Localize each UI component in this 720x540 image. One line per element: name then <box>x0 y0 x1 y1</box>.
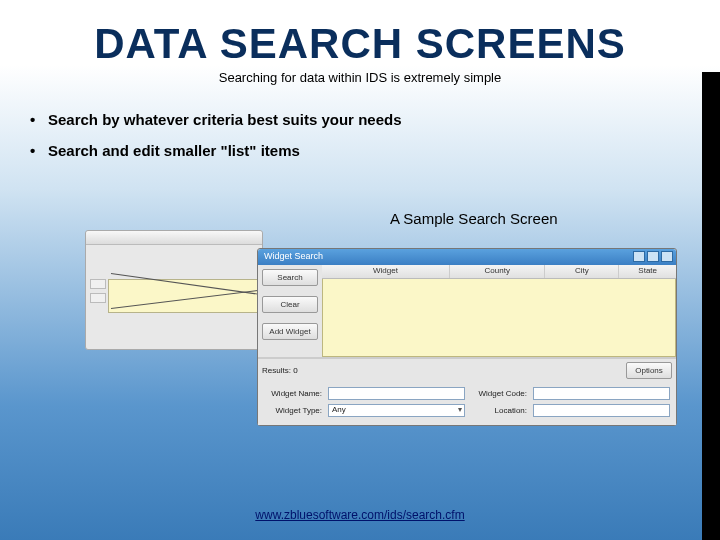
search-form: Widget Name: Widget Code: Widget Type: A… <box>258 382 676 425</box>
widget-name-label: Widget Name: <box>264 389 322 398</box>
widget-type-select[interactable]: Any <box>328 404 465 417</box>
bg-side-button <box>90 279 106 289</box>
sample-caption: A Sample Search Screen <box>390 210 558 227</box>
location-input[interactable] <box>533 404 670 417</box>
search-right-panel: Widget County City State <box>322 265 676 357</box>
slide-subtitle: Searching for data within IDS is extreme… <box>0 70 720 85</box>
widget-type-label: Widget Type: <box>264 406 322 415</box>
widget-code-input[interactable] <box>533 387 670 400</box>
widget-name-input[interactable] <box>328 387 465 400</box>
bg-side-button <box>90 293 106 303</box>
slide-title: DATA SEARCH SCREENS <box>0 0 720 68</box>
results-bar: Results: 0 Options <box>258 358 676 382</box>
results-label-text: Results: <box>262 366 291 375</box>
results-label: Results: 0 <box>262 366 298 375</box>
col-state[interactable]: State <box>619 265 676 278</box>
search-window-titlebar: Widget Search <box>258 249 676 265</box>
location-label: Location: <box>471 406 527 415</box>
widget-type-value: Any <box>329 405 346 414</box>
footer-link[interactable]: www.zbluesoftware.com/ids/search.cfm <box>255 508 464 522</box>
search-left-panel: Search Clear Add Widget <box>258 265 322 357</box>
col-widget[interactable]: Widget <box>322 265 450 278</box>
background-titlebar <box>86 231 262 245</box>
widget-code-label: Widget Code: <box>471 389 527 398</box>
screenshot-area: A Sample Search Screen Widget Search Sea… <box>85 210 685 490</box>
bullet-item: Search and edit smaller "list" items <box>30 142 720 159</box>
search-button[interactable]: Search <box>262 269 318 286</box>
search-window-title: Widget Search <box>264 251 323 261</box>
maximize-icon[interactable] <box>647 251 659 262</box>
results-count: 0 <box>293 366 297 375</box>
column-headers: Widget County City State <box>322 265 676 279</box>
bullet-list: Search by whatever criteria best suits y… <box>30 111 720 159</box>
minimize-icon[interactable] <box>633 251 645 262</box>
close-icon[interactable] <box>661 251 673 262</box>
add-widget-button[interactable]: Add Widget <box>262 323 318 340</box>
options-button[interactable]: Options <box>626 362 672 379</box>
col-city[interactable]: City <box>545 265 619 278</box>
bullet-item: Search by whatever criteria best suits y… <box>30 111 720 128</box>
clear-button[interactable]: Clear <box>262 296 318 313</box>
search-window: Widget Search Search Clear Add Widget Wi… <box>257 248 677 426</box>
results-grid[interactable] <box>322 279 676 357</box>
footer-link-container: www.zbluesoftware.com/ids/search.cfm <box>0 508 720 522</box>
col-county[interactable]: County <box>450 265 546 278</box>
